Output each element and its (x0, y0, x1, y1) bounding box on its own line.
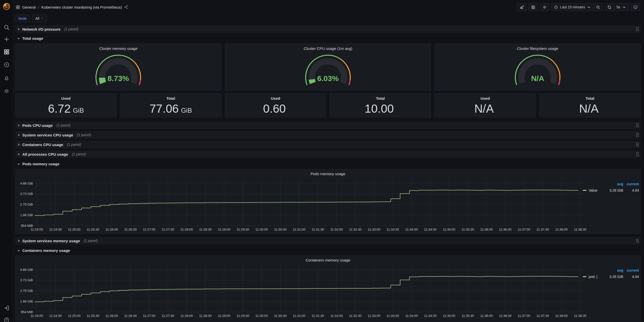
row-containers-cpu-usage[interactable]: Containers CPU usage (1 panel) (15, 141, 641, 148)
svg-text:11:37:30: 11:37:30 (536, 228, 549, 231)
variable-node[interactable]: Node (15, 15, 30, 22)
panel-title[interactable]: Pods memory usage (15, 172, 640, 176)
svg-text:11:31:00: 11:31:00 (293, 314, 305, 318)
svg-text:11:33:30: 11:33:30 (386, 314, 399, 318)
row-title: Total usage (22, 36, 43, 41)
explore-compass-icon[interactable] (4, 62, 10, 68)
panel-pods-memory-usage-chart: 11:24:0011:24:3011:25:0011:25:3011:26:00… (15, 169, 641, 234)
tv-mode-button[interactable] (631, 3, 640, 11)
svg-text:11:32:00: 11:32:00 (330, 314, 343, 318)
stat-label[interactable]: Used (271, 96, 280, 100)
top-nav-bar: General / Kubernetes cluster monitoring … (13, 0, 644, 14)
svg-text:11:30:00: 11:30:00 (255, 228, 268, 231)
zoom-out-button[interactable] (594, 3, 603, 11)
stat-label[interactable]: Total (166, 96, 175, 100)
svg-text:11:35:00: 11:35:00 (443, 314, 455, 318)
alerting-bell-icon[interactable] (4, 75, 10, 81)
save-dashboard-button[interactable] (529, 3, 538, 11)
grafana-logo[interactable] (2, 2, 11, 11)
series-label: Value (589, 188, 597, 192)
chart-legend: avg current Value 3.28 GiB 4.04 (583, 182, 639, 192)
row-panel-count: (1 panel) (64, 27, 78, 31)
settings-gear-icon[interactable] (4, 88, 10, 94)
svg-text:11:30:00: 11:30:00 (255, 314, 268, 318)
chevron-right-icon (17, 124, 20, 127)
row-drag-handle[interactable] (636, 239, 639, 243)
create-plus-icon[interactable] (4, 36, 10, 42)
stat-label[interactable]: Used (480, 96, 490, 100)
row-drag-handle[interactable] (636, 123, 639, 127)
legend-column-avg[interactable]: avg (600, 268, 623, 272)
row-all-processes-cpu-usage[interactable]: All processes CPU usage (1 panel) (15, 150, 641, 158)
sidebar (0, 0, 13, 322)
variable-node-value-picker[interactable]: All (32, 15, 47, 22)
refresh-button[interactable] (605, 3, 614, 11)
dashboard-settings-button[interactable] (540, 3, 549, 11)
svg-text:11:37:00: 11:37:00 (518, 228, 530, 231)
panel-title[interactable]: Containers memory usage (15, 258, 640, 262)
svg-text:11:30:30: 11:30:30 (274, 228, 287, 231)
row-network-io-pressure[interactable]: Network I/O pressure (1 panel) (15, 25, 641, 33)
time-range-picker[interactable]: Last 15 minutes (551, 3, 594, 11)
row-pods-memory-usage[interactable]: Pods memory usage (15, 160, 641, 167)
search-icon[interactable] (4, 24, 10, 30)
dashboard-toolbar: Last 15 minutes 5s (517, 3, 640, 11)
legend-column-current[interactable]: current (623, 268, 639, 272)
chevron-right-icon (17, 143, 20, 146)
dashboard-title[interactable]: Kubernetes cluster monitoring (via Prome… (42, 5, 122, 9)
svg-text:11:29:00: 11:29:00 (218, 228, 230, 231)
row-pods-cpu-usage[interactable]: Pods CPU usage (1 panel) (15, 122, 641, 129)
row-title: Pods memory usage (22, 162, 60, 166)
stat-filesystem-used: Used N/A (434, 93, 536, 117)
svg-text:11:27:30: 11:27:30 (162, 228, 174, 231)
row-system-services-cpu-usage[interactable]: System services CPU usage (1 panel) (15, 131, 641, 139)
chevron-down-icon (17, 249, 20, 252)
cluster-memory-gauge: 8.73% (92, 53, 145, 87)
svg-text:11:27:30: 11:27:30 (162, 314, 174, 318)
row-system-services-memory-usage[interactable]: System services memory usage (1 panel) (15, 237, 641, 245)
add-panel-button[interactable] (517, 3, 526, 11)
sign-in-icon[interactable] (4, 305, 10, 311)
row-containers-memory-usage[interactable]: Containers memory usage (15, 247, 641, 254)
panel-title[interactable]: Cluster memory usage (99, 46, 138, 51)
row-total-usage[interactable]: Total usage (15, 35, 641, 42)
svg-text:11:29:00: 11:29:00 (218, 314, 230, 318)
legend-column-avg[interactable]: avg (600, 182, 623, 186)
time-range-label: Last 15 minutes (560, 5, 585, 9)
template-variables-bar: Node All (15, 15, 47, 22)
stat-label[interactable]: Used (61, 96, 71, 100)
svg-text:11:28:00: 11:28:00 (180, 314, 193, 318)
cluster-cpu-gauge: 6.03% (301, 53, 355, 87)
apps-grid-icon (16, 5, 20, 9)
chevron-down-icon (587, 5, 591, 9)
row-drag-handle[interactable] (636, 133, 639, 137)
dashboards-grid-icon[interactable] (4, 49, 10, 55)
panel-title[interactable]: Cluster CPU usage (1m avg) (304, 46, 352, 51)
svg-text:11:32:30: 11:32:30 (349, 228, 362, 231)
svg-text:11:27:00: 11:27:00 (143, 314, 155, 318)
stat-label[interactable]: Total (586, 96, 594, 100)
chevron-right-icon (17, 134, 20, 136)
breadcrumb-folder[interactable]: General (22, 5, 36, 9)
refresh-group: 5s (605, 3, 629, 11)
containers-memory-usage-plot[interactable]: 11:24:0011:24:3011:25:0011:25:3011:26:00… (15, 256, 640, 321)
refresh-interval-picker[interactable]: 5s (614, 3, 629, 11)
share-icon[interactable] (124, 5, 128, 9)
row-drag-handle[interactable] (636, 143, 639, 147)
row-drag-handle[interactable] (636, 27, 639, 31)
legend-column-current[interactable]: current (623, 182, 639, 186)
row-title: System services memory usage (22, 239, 80, 243)
legend-series[interactable]: Value (583, 188, 600, 192)
legend-series[interactable]: pod: | (583, 275, 600, 279)
svg-text:4.66 GiB: 4.66 GiB (20, 268, 33, 272)
row-drag-handle[interactable] (636, 152, 639, 156)
svg-text:11:26:00: 11:26:00 (105, 228, 118, 231)
svg-text:11:31:30: 11:31:30 (311, 228, 324, 231)
pods-memory-usage-plot[interactable]: 11:24:0011:24:3011:25:0011:25:3011:26:00… (15, 169, 640, 234)
panel-title[interactable]: Cluster filesystem usage (517, 46, 558, 51)
row-title: System services CPU usage (22, 133, 73, 137)
help-icon[interactable] (4, 317, 10, 322)
stat-label[interactable]: Total (376, 96, 385, 100)
svg-text:1.86 GiB: 1.86 GiB (20, 213, 33, 217)
svg-text:11:34:00: 11:34:00 (405, 314, 418, 318)
